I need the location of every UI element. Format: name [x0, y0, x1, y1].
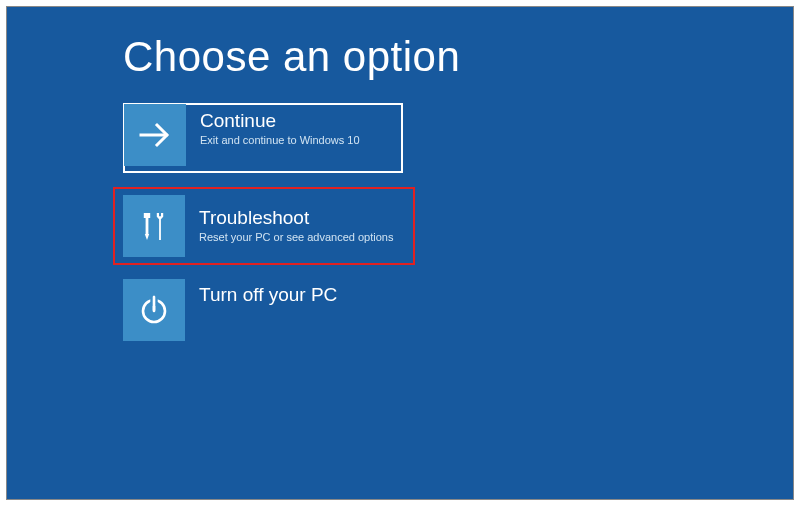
option-subtitle: Reset your PC or see advanced options — [199, 231, 393, 244]
option-continue-text: Continue Exit and continue to Windows 10 — [186, 105, 360, 147]
svg-marker-3 — [145, 234, 149, 240]
svg-rect-2 — [146, 218, 149, 234]
option-title: Continue — [200, 111, 360, 132]
svg-rect-1 — [144, 213, 150, 218]
page-title: Choose an option — [123, 33, 460, 81]
option-turnoff-text: Turn off your PC — [185, 279, 337, 308]
option-subtitle: Exit and continue to Windows 10 — [200, 134, 360, 147]
recovery-screen: Choose an option Continue Exit and conti… — [6, 6, 794, 500]
option-turnoff[interactable]: Turn off your PC — [123, 279, 403, 345]
tools-icon — [123, 195, 185, 257]
power-icon — [123, 279, 185, 341]
option-troubleshoot-text: Troubleshoot Reset your PC or see advanc… — [185, 208, 393, 244]
options-list: Continue Exit and continue to Windows 10 — [123, 103, 403, 359]
option-continue[interactable]: Continue Exit and continue to Windows 10 — [123, 103, 403, 173]
option-troubleshoot[interactable]: Troubleshoot Reset your PC or see advanc… — [113, 187, 415, 265]
option-title: Turn off your PC — [199, 285, 337, 306]
arrow-right-icon — [124, 104, 186, 166]
option-title: Troubleshoot — [199, 208, 393, 229]
